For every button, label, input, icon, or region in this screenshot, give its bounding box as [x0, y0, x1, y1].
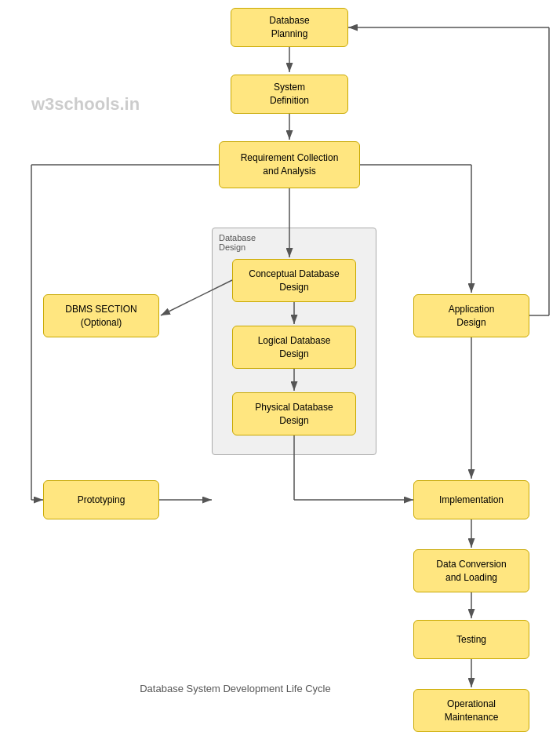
conceptual-label: Conceptual Database Design	[249, 268, 339, 294]
app-design-label: Application Design	[449, 303, 495, 330]
box-system-def: System Definition	[231, 75, 348, 114]
box-testing: Testing	[413, 620, 529, 659]
box-req-collect: Requirement Collection and Analysis	[219, 141, 360, 188]
prototyping-label: Prototyping	[78, 494, 125, 507]
db-design-label: DatabaseDesign	[219, 233, 256, 252]
dbms-section-label: DBMS SECTION (Optional)	[65, 303, 136, 330]
box-physical: Physical Database Design	[232, 392, 356, 435]
box-logical: Logical Database Design	[232, 326, 356, 369]
implementation-label: Implementation	[439, 494, 504, 507]
physical-label: Physical Database Design	[255, 401, 333, 428]
op-maintenance-label: Operational Maintenance	[445, 698, 499, 724]
req-collect-label: Requirement Collection and Analysis	[241, 151, 339, 178]
box-conceptual: Conceptual Database Design	[232, 259, 356, 302]
system-def-label: System Definition	[270, 81, 309, 107]
diagram-container: w3schools.in DatabaseDesign Database Pla…	[0, 0, 560, 747]
logical-label: Logical Database Design	[258, 334, 331, 361]
caption: Database System Development Life Cycle	[125, 683, 345, 694]
data-conversion-label: Data Conversion and Loading	[436, 558, 506, 585]
box-op-maintenance: Operational Maintenance	[413, 689, 529, 732]
box-prototyping: Prototyping	[43, 480, 159, 519]
box-dbms-section: DBMS SECTION (Optional)	[43, 294, 159, 337]
box-data-conversion: Data Conversion and Loading	[413, 549, 529, 592]
box-app-design: Application Design	[413, 294, 529, 337]
db-planning-label: Database Planning	[269, 14, 309, 41]
box-db-planning: Database Planning	[231, 8, 348, 47]
testing-label: Testing	[456, 633, 486, 647]
watermark: w3schools.in	[31, 94, 140, 115]
box-implementation: Implementation	[413, 480, 529, 519]
